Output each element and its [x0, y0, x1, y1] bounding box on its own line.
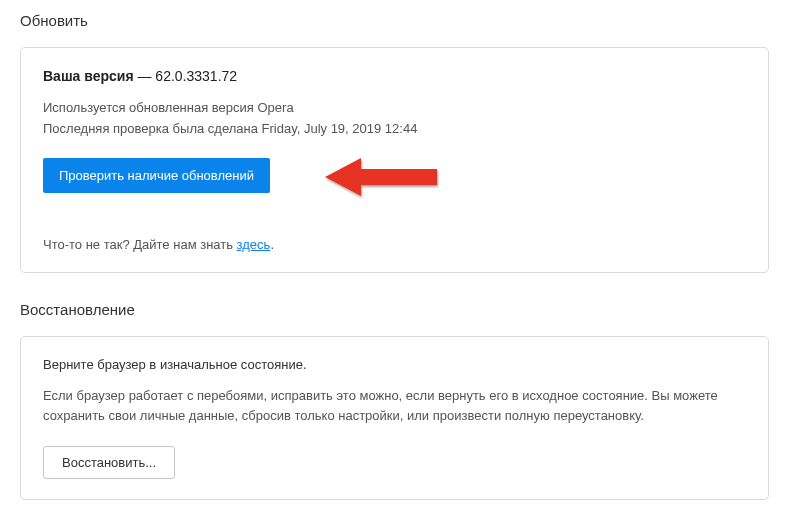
status-line-1: Используется обновленная версия Opera: [43, 98, 746, 119]
svg-marker-0: [325, 158, 437, 196]
update-heading: Обновить: [20, 12, 769, 29]
update-card: Ваша версия — 62.0.3331.72 Используется …: [20, 47, 769, 273]
restore-button[interactable]: Восстановить...: [43, 446, 175, 479]
version-separator: —: [134, 68, 156, 84]
recovery-description: Если браузер работает с перебоями, испра…: [43, 386, 746, 426]
check-updates-button[interactable]: Проверить наличие обновлений: [43, 158, 270, 193]
version-label: Ваша версия: [43, 68, 134, 84]
feedback-prefix: Что-то не так? Дайте нам знать: [43, 237, 237, 252]
recovery-heading: Восстановление: [20, 301, 769, 318]
pointer-arrow-icon: [325, 154, 445, 200]
recovery-title: Верните браузер в изначальное состояние.: [43, 357, 746, 372]
status-line-2: Последняя проверка была сделана Friday, …: [43, 119, 746, 140]
recovery-card: Верните браузер в изначальное состояние.…: [20, 336, 769, 500]
feedback-line: Что-то не так? Дайте нам знать здесь.: [43, 237, 746, 252]
feedback-link[interactable]: здесь: [237, 237, 271, 252]
feedback-suffix: .: [270, 237, 274, 252]
update-button-row: Проверить наличие обновлений: [43, 158, 746, 193]
version-number: 62.0.3331.72: [155, 68, 237, 84]
version-line: Ваша версия — 62.0.3331.72: [43, 68, 746, 84]
